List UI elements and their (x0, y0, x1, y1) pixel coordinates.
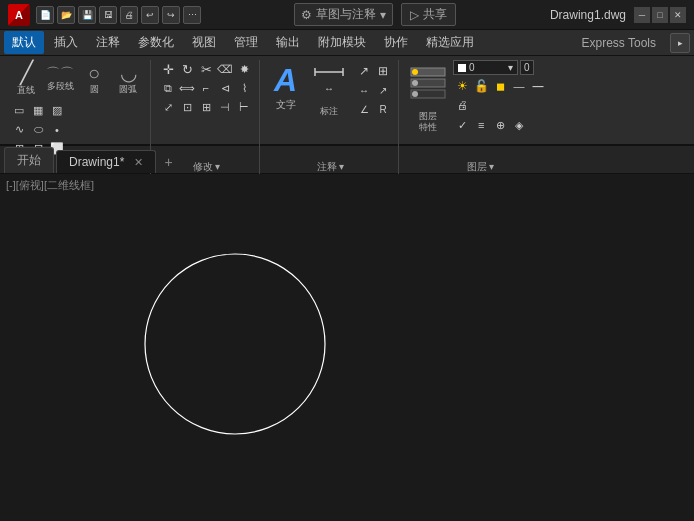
layer-lock-icon[interactable]: 🔓 (472, 77, 490, 95)
annotation-label-text: 注释 (317, 160, 337, 174)
annotation-group-label[interactable]: 注释 ▾ (317, 160, 344, 174)
pedit-icon[interactable]: ⌇ (235, 79, 253, 97)
layer-isolate-icon[interactable]: ◈ (510, 116, 528, 134)
workspace-label: 草图与注释 (316, 6, 376, 23)
print-icon[interactable]: 🖨 (120, 6, 138, 24)
gradient-icon[interactable]: ▨ (48, 102, 66, 120)
layer-properties-button[interactable]: 图层特性 (407, 60, 449, 135)
menu-item-express[interactable]: Express Tools (574, 33, 664, 53)
spline-icon[interactable]: ∿ (10, 121, 28, 139)
break-icon[interactable]: ⊣ (216, 98, 234, 116)
tab-add-button[interactable]: + (158, 151, 180, 173)
match-layer-icon[interactable]: ≡ (472, 116, 490, 134)
draw-tools: ╱ 直线 ⌒⌒ 多段线 ○ 圆 ◡ 圆弧 (10, 60, 144, 158)
circle-button[interactable]: ○ 圆 (78, 61, 110, 97)
menu-item-annotate[interactable]: 注释 (88, 31, 128, 54)
move-icon[interactable]: ✛ (159, 60, 177, 78)
close-button[interactable]: ✕ (670, 7, 686, 23)
ellipse-icon[interactable]: ⬭ (29, 121, 47, 139)
svg-point-8 (412, 80, 418, 86)
circle-icon: ○ (88, 63, 100, 83)
menu-item-addons[interactable]: 附加模块 (310, 31, 374, 54)
minimize-button[interactable]: ─ (634, 7, 650, 23)
menu-item-output[interactable]: 输出 (268, 31, 308, 54)
menu-item-view[interactable]: 视图 (184, 31, 224, 54)
tab-close-icon[interactable]: ✕ (134, 156, 143, 168)
aligned-dim-icon[interactable]: ↗ (374, 81, 392, 99)
menu-bar: 默认 插入 注释 参数化 视图 管理 输出 附加模块 协作 精选应用 Expre… (0, 30, 694, 56)
undo-icon[interactable]: ↩ (141, 6, 159, 24)
open-icon[interactable]: 📂 (57, 6, 75, 24)
rotate-icon[interactable]: ↻ (178, 60, 196, 78)
drawing-canvas[interactable] (0, 174, 694, 521)
layer-dropdown-icon: ▾ (508, 62, 513, 73)
dimension-button[interactable]: ↔ 标注 (307, 60, 351, 119)
ribbon: ╱ 直线 ⌒⌒ 多段线 ○ 圆 ◡ 圆弧 (0, 56, 694, 146)
line-button[interactable]: ╱ 直线 (10, 60, 42, 98)
polyline-button[interactable]: ⌒⌒ 多段线 (44, 64, 76, 94)
layer-properties-label: 图层特性 (419, 111, 437, 133)
table-annot-icon[interactable]: ⊞ (374, 62, 392, 80)
chevron-down-icon: ▾ (380, 8, 386, 22)
new-icon[interactable]: 📄 (36, 6, 54, 24)
scale-icon[interactable]: ⊡ (178, 98, 196, 116)
layer-state-icon[interactable]: ⊕ (491, 116, 509, 134)
menu-item-parametric[interactable]: 参数化 (130, 31, 182, 54)
layer-color-dot (458, 64, 466, 72)
angular-dim-icon[interactable]: ∠ (355, 100, 373, 118)
menu-item-insert[interactable]: 插入 (46, 31, 86, 54)
save-as-icon[interactable]: 🖫 (99, 6, 117, 24)
erase-icon[interactable]: ⌫ (216, 60, 234, 78)
maximize-button[interactable]: □ (652, 7, 668, 23)
arc-button[interactable]: ◡ 圆弧 (112, 61, 144, 97)
modify-icons-1: ✛ ↻ ✂ ⧉ ⟺ ⌐ ⤢ ⊡ ⊞ (159, 60, 215, 116)
workspace-dropdown[interactable]: ⚙ 草图与注释 ▾ (294, 3, 393, 26)
text-button[interactable]: A 文字 (268, 60, 303, 116)
app-logo[interactable]: A (8, 4, 30, 26)
linear-dim-icon[interactable]: ↔ (355, 81, 373, 99)
menu-item-collaborate[interactable]: 协作 (376, 31, 416, 54)
mirror-icon[interactable]: ⟺ (178, 79, 196, 97)
array-icon[interactable]: ⊞ (197, 98, 215, 116)
tab-start-label: 开始 (17, 153, 41, 167)
copy-icon[interactable]: ⧉ (159, 79, 177, 97)
share-label: 共享 (423, 6, 447, 23)
layer-selector[interactable]: 0 ▾ (453, 60, 518, 75)
join-icon[interactable]: ⊢ (235, 98, 253, 116)
arc-label: 圆弧 (119, 84, 137, 95)
layer-linetype-icon[interactable]: — (510, 77, 528, 95)
make-current-icon[interactable]: ✓ (453, 116, 471, 134)
fillet-icon[interactable]: ⌐ (197, 79, 215, 97)
modify-group-label[interactable]: 修改 ▾ (193, 160, 220, 174)
share-button[interactable]: ▷ 共享 (401, 3, 456, 26)
radius-dim-icon[interactable]: R (374, 100, 392, 118)
layer-group-label[interactable]: 图层 ▾ (467, 160, 494, 174)
modify-icons-2: ⌫ ✸ ⊲ ⌇ ⊣ ⊢ (216, 60, 253, 116)
hatch-icon[interactable]: ▦ (29, 102, 47, 120)
layer-color-icon[interactable]: ◼ (491, 77, 509, 95)
layer-plot-icon[interactable]: 🖨 (453, 96, 471, 114)
canvas-area: [-][俯视][二维线框] (0, 174, 694, 521)
leader-icon[interactable]: ↗ (355, 62, 373, 80)
rect-icon[interactable]: ▭ (10, 102, 28, 120)
save-icon[interactable]: 💾 (78, 6, 96, 24)
layer-freeze-icon[interactable]: ☀ (453, 77, 471, 95)
redo-icon[interactable]: ↪ (162, 6, 180, 24)
layer-lineweight-icon[interactable]: — (529, 77, 547, 95)
circle-label: 圆 (90, 84, 99, 95)
polyline-icon: ⌒⌒ (46, 66, 74, 80)
trim-icon[interactable]: ✂ (197, 60, 215, 78)
text-label: 文字 (276, 98, 296, 112)
menu-item-default[interactable]: 默认 (4, 31, 44, 54)
more-icon[interactable]: ⋯ (183, 6, 201, 24)
point-icon[interactable]: • (48, 121, 66, 139)
explode-icon[interactable]: ✸ (235, 60, 253, 78)
title-bar: A 📄 📂 💾 🖫 🖨 ↩ ↪ ⋯ ⚙ 草图与注释 ▾ ▷ 共享 Drawing… (0, 0, 694, 30)
stretch-icon[interactable]: ⤢ (159, 98, 177, 116)
tab-start[interactable]: 开始 (4, 147, 54, 173)
offset-icon[interactable]: ⊲ (216, 79, 234, 97)
menu-item-featured[interactable]: 精选应用 (418, 31, 482, 54)
menu-item-manage[interactable]: 管理 (226, 31, 266, 54)
tab-drawing1[interactable]: Drawing1* ✕ (56, 150, 156, 173)
menu-extra-button[interactable]: ▸ (670, 33, 690, 53)
